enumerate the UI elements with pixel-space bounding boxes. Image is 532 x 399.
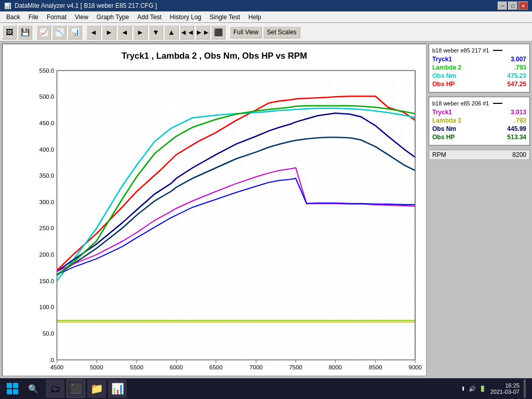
svg-text:50.0: 50.0 bbox=[43, 330, 54, 337]
legend-1-value-3: 547.25 bbox=[507, 81, 526, 88]
main-content: Tryck1 , Lambda 2 , Obs Nm, Obs HP vs RP… bbox=[0, 42, 532, 378]
menu-graph-type[interactable]: Graph Type bbox=[92, 12, 133, 22]
title-bar: 📊 DataMite Analyzer v4.1 [ B18 weber E85… bbox=[0, 0, 532, 11]
legend-2-row-0: Tryck1 3.013 bbox=[432, 109, 526, 116]
full-view-button[interactable]: Full View bbox=[230, 26, 262, 38]
svg-text:7500: 7500 bbox=[289, 364, 302, 370]
legend-2-label-1: Lambda 2 bbox=[432, 117, 461, 124]
toolbar-save-btn[interactable]: 💾 bbox=[18, 25, 32, 39]
svg-text:8500: 8500 bbox=[369, 364, 382, 370]
legend-2-value-0: 3.013 bbox=[511, 109, 526, 116]
toolbar-down-btn[interactable]: ▼ bbox=[149, 25, 163, 39]
legend-1-label-0: Tryck1 bbox=[432, 56, 452, 63]
system-tray: ⬆ 🔊 🔋 bbox=[461, 385, 486, 392]
toolbar-left-btn[interactable]: ◄ bbox=[86, 25, 101, 39]
menu-history-log[interactable]: History Log bbox=[166, 12, 206, 22]
legend-1-label-1: Lambda 2 bbox=[432, 64, 461, 71]
taskbar-app-datamite[interactable]: 📊 bbox=[108, 379, 127, 398]
chart-area[interactable]: Tryck1 , Lambda 2 , Obs Nm, Obs HP vs RP… bbox=[2, 44, 427, 376]
toolbar-rewind-btn[interactable]: ◄◄ bbox=[180, 25, 194, 39]
legend-1-row-3: Obs HP 547.25 bbox=[432, 81, 526, 88]
toolbar-right2-btn[interactable]: ► bbox=[133, 25, 148, 39]
rpm-display: RPM 8200 bbox=[429, 150, 530, 160]
menu-help[interactable]: Help bbox=[244, 12, 265, 22]
svg-text:5000: 5000 bbox=[90, 364, 103, 370]
legend-2-title: b18 weber e85 206 #1 bbox=[432, 100, 489, 107]
toolbar-graph1-btn[interactable]: 📈 bbox=[36, 25, 51, 39]
legend-1-title: b18 weber e85 217 #1 bbox=[432, 47, 489, 54]
svg-text:Tryck1 , Lambda 2 , Obs Nm, Ob: Tryck1 , Lambda 2 , Obs Nm, Obs HP vs RP… bbox=[122, 51, 307, 61]
window-controls: ─ □ ✕ bbox=[498, 2, 528, 10]
window-title: DataMite Analyzer v4.1 [ B18 weber E85 2… bbox=[15, 2, 157, 9]
windows-icon bbox=[7, 383, 18, 394]
toolbar: 🖼 💾 📈 📉 📊 ◄ ► ◄ ► ▼ ▲ ◄◄ ►► ⬛ Full View … bbox=[0, 23, 532, 42]
legend-card-1: b18 weber e85 217 #1 Tryck1 3.007 Lambda… bbox=[429, 44, 530, 92]
maximize-button[interactable]: □ bbox=[508, 2, 517, 10]
svg-text:500.0: 500.0 bbox=[39, 94, 55, 100]
menu-view[interactable]: View bbox=[71, 12, 92, 22]
svg-text:400.0: 400.0 bbox=[39, 147, 55, 153]
toolbar-up-btn[interactable]: ▲ bbox=[164, 25, 179, 39]
legend-1-value-2: 475.23 bbox=[507, 72, 526, 79]
chart-svg: Tryck1 , Lambda 2 , Obs Nm, Obs HP vs RP… bbox=[3, 44, 426, 376]
svg-text:450.0: 450.0 bbox=[39, 120, 55, 126]
svg-text:.0: .0 bbox=[49, 357, 55, 363]
tray-icon-2: 🔊 bbox=[469, 385, 476, 392]
toolbar-left2-btn[interactable]: ◄ bbox=[117, 25, 132, 39]
svg-text:250.0: 250.0 bbox=[39, 225, 55, 232]
legend-1-label-2: Obs Nm bbox=[432, 72, 456, 79]
rpm-value: 8200 bbox=[512, 151, 526, 158]
taskbar-app-explorer[interactable]: 📁 bbox=[87, 379, 106, 398]
svg-text:6500: 6500 bbox=[209, 364, 223, 370]
taskbar-right: ⬆ 🔊 🔋 16:25 2021-03-07 bbox=[461, 379, 530, 398]
menu-single-test[interactable]: Single Test bbox=[206, 12, 244, 22]
legend-2-label-0: Tryck1 bbox=[432, 109, 452, 116]
svg-text:150.0: 150.0 bbox=[39, 278, 55, 284]
menu-format[interactable]: Format bbox=[43, 12, 71, 22]
search-button[interactable]: 🔍 bbox=[25, 380, 42, 397]
tray-icon-3: 🔋 bbox=[479, 385, 486, 392]
legend-card-2: b18 weber e85 206 #1 Tryck1 3.013 Lambda… bbox=[429, 97, 530, 145]
taskbar-app-files[interactable]: 🗂 bbox=[46, 379, 64, 398]
legend-2-value-2: 445.99 bbox=[507, 125, 526, 132]
svg-text:4500: 4500 bbox=[50, 364, 64, 370]
svg-text:5500: 5500 bbox=[130, 364, 143, 370]
set-scales-button[interactable]: Set Scales bbox=[263, 26, 300, 38]
taskbar-app-taskview[interactable]: ⬛ bbox=[66, 379, 85, 398]
legend-1-header: b18 weber e85 217 #1 bbox=[432, 47, 526, 54]
menu-file[interactable]: File bbox=[24, 12, 43, 22]
menu-bar: Back File Format View Graph Type Add Tes… bbox=[0, 11, 532, 23]
toolbar-ffwd-btn[interactable]: ►► bbox=[195, 25, 210, 39]
minimize-button[interactable]: ─ bbox=[498, 2, 507, 10]
app-icon: 📊 bbox=[4, 3, 11, 9]
legend-1-value-1: .793 bbox=[514, 64, 526, 71]
clock-date: 2021-03-07 bbox=[490, 389, 520, 395]
rpm-label: RPM bbox=[432, 151, 446, 158]
legend-1-row-2: Obs Nm 475.23 bbox=[432, 72, 526, 79]
clock: 16:25 2021-03-07 bbox=[490, 382, 520, 395]
svg-text:300.0: 300.0 bbox=[39, 199, 55, 205]
taskbar-apps: 🗂 ⬛ 📁 📊 bbox=[46, 379, 127, 398]
svg-text:7000: 7000 bbox=[249, 364, 263, 370]
legend-2-header: b18 weber e85 206 #1 bbox=[432, 100, 526, 107]
toolbar-graph3-btn[interactable]: 📊 bbox=[68, 25, 82, 39]
svg-text:8000: 8000 bbox=[329, 364, 342, 370]
taskbar: 🔍 🗂 ⬛ 📁 📊 ⬆ 🔊 🔋 16:25 2021-03-07 bbox=[0, 378, 532, 399]
menu-add-test[interactable]: Add Test bbox=[133, 12, 165, 22]
legend-1-row-1: Lambda 2 .793 bbox=[432, 64, 526, 71]
show-desktop-btn[interactable] bbox=[524, 379, 526, 398]
toolbar-stop-btn[interactable]: ⬛ bbox=[211, 25, 225, 39]
close-button[interactable]: ✕ bbox=[518, 2, 528, 10]
legend-2-value-1: .793 bbox=[514, 117, 526, 124]
svg-text:100.0: 100.0 bbox=[39, 304, 55, 311]
legend-1-value-0: 3.007 bbox=[511, 56, 526, 63]
toolbar-graph2-btn[interactable]: 📉 bbox=[52, 25, 66, 39]
svg-text:550.0: 550.0 bbox=[39, 68, 55, 74]
clock-time: 16:25 bbox=[490, 382, 520, 389]
menu-back[interactable]: Back bbox=[2, 12, 24, 22]
legend-2-label-2: Obs Nm bbox=[432, 125, 456, 132]
start-button[interactable] bbox=[2, 380, 23, 397]
toolbar-right-btn[interactable]: ► bbox=[102, 25, 116, 39]
toolbar-open-btn[interactable]: 🖼 bbox=[2, 25, 17, 39]
legend-2-row-1: Lambda 2 .793 bbox=[432, 117, 526, 124]
